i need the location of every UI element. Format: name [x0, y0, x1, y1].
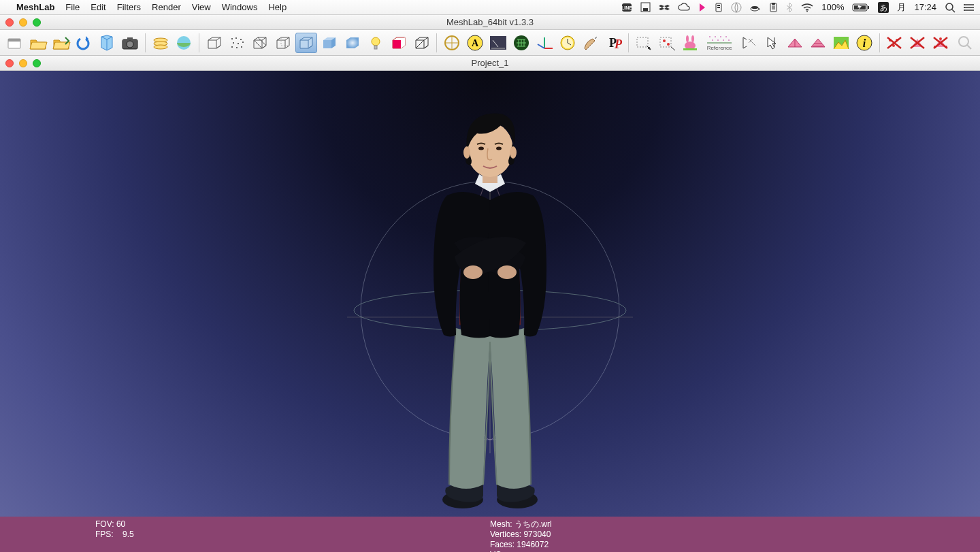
flatlines-render-button[interactable] [295, 33, 317, 53]
bbox-render-button[interactable] [203, 33, 225, 53]
select-region-button[interactable] [633, 33, 655, 53]
reference-button[interactable]: Reference [702, 33, 737, 53]
svg-point-15 [806, 10, 808, 12]
delete-face-button[interactable] [906, 33, 928, 53]
points-render-button[interactable] [227, 33, 248, 53]
document-title: Project_1 [0, 58, 980, 68]
clipboard-icon[interactable] [769, 2, 778, 12]
menu-help[interactable]: Help [268, 2, 287, 12]
svg-point-42 [238, 43, 239, 44]
menu-render[interactable]: Render [152, 2, 181, 12]
document-zoom-button[interactable] [33, 59, 41, 67]
document-minimize-button[interactable] [19, 59, 27, 67]
svg-rect-30 [8, 39, 20, 42]
window-zoom-button[interactable] [33, 18, 41, 27]
svg-rect-17 [868, 6, 869, 9]
bunny-icon[interactable] [679, 33, 701, 53]
dropbox-icon[interactable] [659, 2, 670, 13]
export-mesh-button[interactable] [96, 33, 118, 53]
ime-indicator[interactable]: あ [878, 2, 889, 13]
wireframe-render-button[interactable] [249, 33, 271, 53]
pp-button[interactable]: PP [602, 33, 624, 53]
fps-value: 9.5 [122, 530, 134, 539]
document-titlebar[interactable]: Project_1 [0, 56, 980, 71]
battery-block-icon[interactable] [715, 2, 723, 13]
mesh-render [398, 103, 582, 512]
app-menu[interactable]: MeshLab [16, 2, 54, 12]
cloud-icon[interactable] [678, 3, 690, 12]
fps-label: FPS: [95, 530, 114, 539]
viewport[interactable]: FOV: 60 FPS: 9.5 Mesh: うちの.wrl Vertices:… [0, 71, 980, 552]
svg-point-73 [720, 36, 721, 37]
window-close-button[interactable] [5, 18, 14, 27]
svg-point-71 [709, 36, 710, 37]
selection-vert-button[interactable]: A [464, 33, 486, 53]
menu-view[interactable]: View [192, 2, 211, 12]
finder-icon[interactable] [731, 2, 742, 13]
bluetooth-icon[interactable] [786, 2, 793, 13]
clock-time[interactable]: 17:24 [914, 2, 936, 12]
poly-edit-button[interactable] [807, 33, 829, 53]
show-raster-mode-button[interactable] [173, 33, 195, 53]
measure-button[interactable] [487, 33, 509, 53]
svg-point-36 [154, 45, 167, 49]
filter-icon-button[interactable] [510, 33, 532, 53]
svg-point-102 [496, 147, 502, 150]
toolbar-search-icon[interactable] [954, 33, 976, 53]
wifi-icon[interactable] [801, 3, 813, 12]
reload-button[interactable] [74, 33, 95, 53]
show-layer-dialog-button[interactable] [150, 33, 172, 53]
svg-rect-48 [374, 46, 377, 49]
import-mesh-button[interactable] [50, 33, 72, 53]
faces-label: Faces: [490, 540, 514, 549]
battery-percentage[interactable]: 100% [821, 2, 844, 12]
backface-cull-button[interactable] [388, 33, 410, 53]
planar-edit-button[interactable] [784, 33, 806, 53]
menu-file[interactable]: File [65, 2, 80, 12]
flat-render-button[interactable] [318, 33, 340, 53]
smooth-render-button[interactable] [342, 33, 363, 53]
svg-point-33 [127, 41, 133, 48]
mac-menubar: MeshLab File Edit Filters Render View Wi… [0, 0, 980, 15]
clock-day[interactable]: 月 [897, 1, 906, 14]
manip-tool-button[interactable] [761, 33, 783, 53]
align-button[interactable] [738, 33, 760, 53]
line-icon[interactable]: LINE [621, 2, 632, 13]
svg-point-78 [728, 39, 730, 41]
svg-rect-6 [717, 7, 720, 8]
svg-rect-11 [772, 3, 775, 5]
select-connected-button[interactable] [656, 33, 678, 53]
paint-button[interactable] [580, 33, 602, 53]
toolbar: A PP Reference i [0, 30, 980, 56]
menu-windows[interactable]: Windows [222, 2, 258, 12]
svg-point-86 [939, 37, 942, 40]
axis-button[interactable] [534, 33, 555, 53]
notification-center-icon[interactable] [964, 3, 975, 12]
new-project-button[interactable] [4, 33, 26, 53]
window-minimize-button[interactable] [19, 18, 27, 27]
pink-arrow-icon[interactable] [698, 2, 706, 13]
svg-point-74 [725, 36, 727, 37]
edge-decorator-button[interactable] [411, 33, 433, 53]
coffee-icon[interactable] [750, 3, 761, 12]
quality-map-button[interactable] [830, 33, 852, 53]
light-toggle-button[interactable] [365, 33, 387, 53]
document-close-button[interactable] [5, 59, 14, 67]
window-titlebar[interactable]: MeshLab_64bit v1.3.3 [0, 15, 980, 30]
open-project-button[interactable] [27, 33, 49, 53]
delete-vert-button[interactable] [884, 33, 906, 53]
snapshot-button[interactable] [119, 33, 141, 53]
menu-filters[interactable]: Filters [117, 2, 141, 12]
svg-rect-63 [637, 37, 648, 47]
info-button[interactable]: i [853, 33, 875, 53]
delete-facevert-button[interactable] [930, 33, 951, 53]
svg-point-38 [231, 38, 233, 39]
hiddenlines-render-button[interactable] [272, 33, 294, 53]
selection-face-button[interactable] [441, 33, 463, 53]
clock-deco-button[interactable] [557, 33, 578, 53]
battery-icon[interactable] [852, 3, 870, 12]
spotlight-icon[interactable] [945, 2, 956, 13]
svg-point-41 [233, 42, 234, 44]
save-icon[interactable] [640, 2, 651, 12]
menu-edit[interactable]: Edit [91, 2, 105, 12]
